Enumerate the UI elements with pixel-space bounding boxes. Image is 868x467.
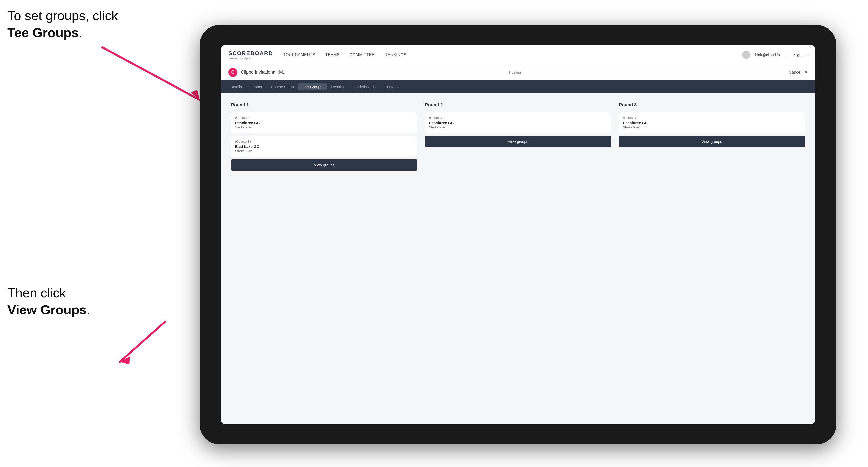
nav-committee[interactable]: COMMITTEE xyxy=(349,51,375,59)
round-2-course-a-card: (Course A) Peachtree GC Stroke Play xyxy=(425,112,611,133)
round-3-view-groups-button[interactable]: View groups xyxy=(619,136,805,147)
cancel-label: Cancel xyxy=(789,70,801,74)
round-2-title: Round 2 xyxy=(425,102,611,107)
tab-leaderboards[interactable]: Leaderboards xyxy=(348,83,380,90)
instruction-bottom-line1: Then click xyxy=(7,284,90,302)
logo-area: SCOREBOARD Powered by clippit xyxy=(228,50,273,60)
instruction-bottom-bold: View Groups xyxy=(7,303,87,317)
round-1-course-b-name: East Lake GC xyxy=(235,144,413,149)
instruction-top-line1: To set groups, click xyxy=(7,7,118,25)
nav-rankings[interactable]: RANKINGS xyxy=(385,51,407,59)
main-content: Round 1 (Course A) Peachtree GC Stroke P… xyxy=(221,93,815,424)
user-email: blair@clippd.io xyxy=(755,53,780,57)
round-2-course-a-label: (Course A) xyxy=(429,116,607,120)
tablet-device: SCOREBOARD Powered by clippit TOURNAMENT… xyxy=(200,25,836,444)
round-1-course-a-card: (Course A) Peachtree GC Stroke Play xyxy=(231,112,417,133)
round-3-course-a-label: (Course A) xyxy=(623,116,801,120)
round-1-title: Round 1 xyxy=(231,102,417,107)
round-3-course-a-name: Peachtree GC xyxy=(623,121,801,125)
svg-marker-3 xyxy=(120,356,130,365)
hosting-badge: Hosting xyxy=(509,70,521,74)
svg-marker-1 xyxy=(191,90,200,100)
round-3-course-a-card: (Course A) Peachtree GC Stroke Play xyxy=(619,112,805,133)
sign-out-link[interactable]: Sign out xyxy=(794,53,808,57)
round-2-course-a-name: Peachtree GC xyxy=(429,121,607,125)
nav-tournaments[interactable]: TOURNAMENTS xyxy=(283,51,315,59)
round-3-course-a-format: Stroke Play xyxy=(623,125,801,129)
cancel-button[interactable]: Cancel ✕ xyxy=(789,70,808,74)
tab-teams[interactable]: Teams xyxy=(246,83,267,90)
arrow-view-groups xyxy=(95,314,175,372)
logo-scoreboard: SCOREBOARD xyxy=(228,50,273,56)
round-1-course-a-format: Stroke Play xyxy=(235,125,413,129)
avatar xyxy=(742,51,750,59)
tab-tee-groups[interactable]: Tee Groups xyxy=(298,83,327,90)
tournament-bar: C Clippd Invitational (M... Hosting Canc… xyxy=(221,65,815,80)
round-3-column: Round 3 (Course A) Peachtree GC Stroke P… xyxy=(619,102,805,171)
round-1-course-b-card: (Course B) East Lake GC Stroke Play xyxy=(231,136,417,156)
nav-links: TOURNAMENTS TEAMS COMMITTEE RANKINGS xyxy=(283,51,742,59)
round-2-column: Round 2 (Course A) Peachtree GC Stroke P… xyxy=(425,102,611,171)
instruction-top-punct: . xyxy=(79,26,82,40)
round-2-course-a-format: Stroke Play xyxy=(429,125,607,129)
round-1-course-a-label: (Course A) xyxy=(235,116,413,120)
round-1-view-groups-button[interactable]: View groups xyxy=(231,159,417,171)
top-nav: SCOREBOARD Powered by clippit TOURNAMENT… xyxy=(221,45,815,65)
sub-nav: Details Teams Course Setup Tee Groups Re… xyxy=(221,80,815,93)
round-1-column: Round 1 (Course A) Peachtree GC Stroke P… xyxy=(231,102,417,171)
tournament-name: Clippd Invitational (M... xyxy=(241,70,509,75)
svg-line-0 xyxy=(102,48,200,100)
logo-text: SCOREBOARD xyxy=(228,50,273,57)
cancel-x-icon: ✕ xyxy=(804,70,808,74)
instruction-top-bold: Tee Groups xyxy=(7,26,79,40)
rounds-container: Round 1 (Course A) Peachtree GC Stroke P… xyxy=(231,102,805,171)
instruction-bottom-punct: . xyxy=(87,303,90,317)
nav-right: blair@clippd.io | Sign out xyxy=(742,51,808,59)
instruction-top: To set groups, click Tee Groups. xyxy=(7,7,118,41)
round-1-course-b-format: Stroke Play xyxy=(235,149,413,153)
tablet-screen: SCOREBOARD Powered by clippit TOURNAMENT… xyxy=(221,45,815,424)
tournament-logo: C xyxy=(228,68,238,77)
tab-course-setup[interactable]: Course Setup xyxy=(267,83,298,90)
instruction-bottom: Then click View Groups. xyxy=(7,284,90,318)
tab-results[interactable]: Results xyxy=(327,83,348,90)
round-2-view-groups-button[interactable]: View groups xyxy=(425,136,611,147)
tab-details[interactable]: Details xyxy=(226,83,246,90)
round-1-course-a-name: Peachtree GC xyxy=(235,121,413,125)
svg-line-2 xyxy=(120,322,165,362)
tab-printables[interactable]: Printables xyxy=(380,83,406,90)
round-3-title: Round 3 xyxy=(619,102,805,107)
logo-sub: Powered by clippit xyxy=(228,57,273,60)
separator: | xyxy=(786,53,787,57)
nav-teams[interactable]: TEAMS xyxy=(325,51,340,59)
round-1-course-b-label: (Course B) xyxy=(235,139,413,143)
